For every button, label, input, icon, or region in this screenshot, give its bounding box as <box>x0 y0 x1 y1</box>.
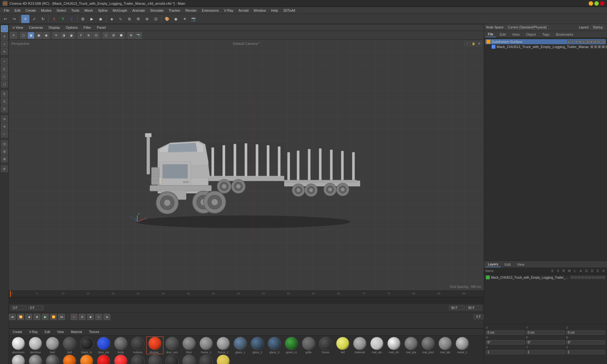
vp-safe-btn[interactable]: ⊡ <box>93 32 100 39</box>
material-swatch-bed[interactable]: bed <box>44 337 61 354</box>
menu-item-help[interactable]: Help <box>268 8 281 13</box>
keyframe-btn[interactable]: ◆ <box>87 314 94 320</box>
vp-wireframe-btn[interactable]: ◻ <box>20 32 27 39</box>
misc-btn[interactable]: ⚙ <box>1 165 8 172</box>
camera-btn[interactable]: 📷 <box>189 15 198 23</box>
vp-snapshot-btn[interactable]: 📷 <box>135 32 142 39</box>
viewport-menu-filter[interactable]: Filter <box>81 25 94 30</box>
material-swatch-Material[interactable]: Material <box>352 337 368 354</box>
menu-item-tools[interactable]: Tools <box>69 8 82 13</box>
material-swatch-orange_1[interactable]: orange_1 <box>61 355 78 364</box>
vp-perspective-btn[interactable]: ⬡ <box>102 32 109 39</box>
coord-p-val[interactable]: 0° <box>526 340 565 344</box>
obj-tab-edit[interactable]: Edit <box>497 32 508 37</box>
vp-light-btn[interactable]: ☀ <box>52 32 59 39</box>
material-swatch-plastic_2[interactable]: plastic_2 <box>147 355 163 364</box>
bezier-btn[interactable]: S <box>1 98 8 105</box>
vp-toolbar-menu[interactable]: ≡ <box>10 32 17 39</box>
mat-toolbar-material[interactable]: Material <box>68 330 85 334</box>
viewport[interactable]: Perspective Default Camera:* ⤢ 🔒 ⚙ <box>9 40 484 290</box>
material-swatch-grille[interactable]: grille <box>300 337 317 354</box>
vp-corner-fullscreen[interactable]: ⤢ <box>465 41 470 46</box>
layer-btn-v-0[interactable]: · <box>574 276 577 279</box>
menu-item-tracker[interactable]: Tracker <box>166 8 183 13</box>
axis-y-btn[interactable]: Y <box>59 15 67 23</box>
vp-solid-btn[interactable]: ◼ <box>28 32 34 39</box>
select-tool[interactable]: ↖ <box>1 25 8 32</box>
snap-btn[interactable]: ⊞ <box>79 15 87 23</box>
tree-ctrl-a-0[interactable]: A <box>586 40 589 43</box>
play-btn[interactable]: ▶ <box>42 314 49 320</box>
menu-item-arnold[interactable]: Arnold <box>236 8 251 13</box>
render-btn[interactable]: ◉ <box>96 15 105 23</box>
menu-item-mograph[interactable]: MoGraph <box>110 8 130 13</box>
menu-item-select[interactable]: Select <box>54 8 69 13</box>
material-swatch-display_[interactable]: display_ <box>147 337 163 354</box>
viewport-menu-panel[interactable]: Panel <box>94 25 108 30</box>
axis-z-btn[interactable]: Z <box>68 15 76 23</box>
menu-item-file[interactable]: File <box>1 8 12 13</box>
rotate-tool[interactable]: ↻ <box>1 48 8 55</box>
material-swatch-frame_2[interactable]: frame_2 <box>215 337 231 354</box>
material-swatch-aluminui[interactable]: aluminui <box>27 337 44 354</box>
layer-btn-g-0[interactable]: · <box>592 276 595 279</box>
layers-tab-layers[interactable]: Layers <box>485 262 501 267</box>
material-swatch-mat_lab[interactable]: mat_lab <box>437 337 453 354</box>
layer-3-btn[interactable]: ⊠ <box>1 155 8 162</box>
material-swatch-orange_i[interactable]: orange_i <box>78 355 95 364</box>
scale-tool[interactable]: ⤢ <box>1 40 8 47</box>
end-frame-field[interactable]: 90 F <box>449 306 465 310</box>
menu-item-extensions[interactable]: Extensions <box>199 8 221 13</box>
material-swatch-paint_hi[interactable]: paint_hi <box>95 355 112 364</box>
fps-field[interactable]: 90 F <box>466 306 482 310</box>
move-tool-btn[interactable]: ✛ <box>21 15 29 23</box>
undo-btn[interactable]: ↩ <box>1 15 9 23</box>
stop-btn[interactable]: ■ <box>34 314 40 320</box>
generator-btn[interactable]: ⚙ <box>134 15 142 23</box>
layer-1-btn[interactable]: ⊟ <box>1 140 8 147</box>
move-tool[interactable]: ✛ <box>1 33 8 40</box>
material-swatch-mat_chr[interactable]: mat_chr <box>386 337 402 354</box>
mograph-btn[interactable]: ⊛ <box>143 15 151 23</box>
material-swatch-plastic_1[interactable]: plastic_1 <box>130 355 146 364</box>
layer-2-btn[interactable]: ⊞ <box>1 148 8 155</box>
tree-ctrl-l-0[interactable]: L <box>582 40 586 43</box>
mat-toolbar-v-ray[interactable]: V-Ray <box>27 330 40 334</box>
nodespace-dropdown[interactable]: Current (Standard/Physical) <box>506 25 549 30</box>
material-swatch-blue_pla[interactable]: blue_pla <box>95 337 112 354</box>
tree-item-0[interactable]: Subdivision SurfaceSVRMLAGDEX <box>485 39 606 44</box>
layers-tab-edit[interactable]: Edit <box>502 262 513 267</box>
sculpt-3-btn[interactable]: ≈ <box>1 130 8 137</box>
mat-toolbar-create[interactable]: Create <box>10 330 25 334</box>
tree-ctrl-x-0[interactable]: X <box>601 40 604 43</box>
coord-sy-val[interactable]: 1 <box>526 350 565 354</box>
material-swatch-plastic_4[interactable]: plastic_4 <box>181 355 197 364</box>
bspline-btn[interactable]: S <box>1 106 8 112</box>
layer-btn-m-0[interactable]: · <box>581 276 584 279</box>
current-frame-field2[interactable]: 0 F <box>28 306 44 310</box>
preview-btn[interactable]: ◈ <box>103 314 110 320</box>
menu-item-3dtoall[interactable]: 3DToAll <box>281 8 298 13</box>
material-swatch-paint_re[interactable]: paint_re <box>113 355 129 364</box>
vp-settings-btn[interactable]: ⚙ <box>127 32 134 39</box>
tree-ctrl-d-0[interactable]: D <box>594 40 597 43</box>
next-frame-btn[interactable]: ⏩ <box>50 314 57 320</box>
vp-ssao-btn[interactable]: ◕ <box>68 32 75 39</box>
obj-tab-file[interactable]: File <box>485 32 496 37</box>
menu-item-animate[interactable]: Animate <box>130 8 147 13</box>
coord-sz-val[interactable]: 1 <box>566 350 605 354</box>
tree-ctrl-v-0[interactable]: V <box>571 40 574 43</box>
material-swatch-buttons[interactable]: buttons <box>130 337 146 354</box>
sculpt-1-btn[interactable]: ≋ <box>1 115 8 122</box>
viewport-menu-options[interactable]: Options <box>63 25 80 30</box>
material-swatch-plastic_6[interactable]: plastic_6 <box>215 355 231 364</box>
vp-tex-btn[interactable]: ▣ <box>35 32 42 39</box>
tree-ctrl-s-0[interactable]: S <box>567 40 570 43</box>
material-swatch-metal_1[interactable]: metal_1 <box>454 337 470 354</box>
material-swatch-glass_1[interactable]: glass_1 <box>232 337 248 354</box>
current-frame-field[interactable]: 0 F <box>11 306 27 310</box>
material-swatch-hoses[interactable]: hoses <box>317 337 334 354</box>
material-swatch-belt[interactable]: belt <box>61 337 78 354</box>
frame-display[interactable]: 0 F <box>474 314 484 319</box>
texture-btn[interactable]: 🎨 <box>163 15 171 23</box>
